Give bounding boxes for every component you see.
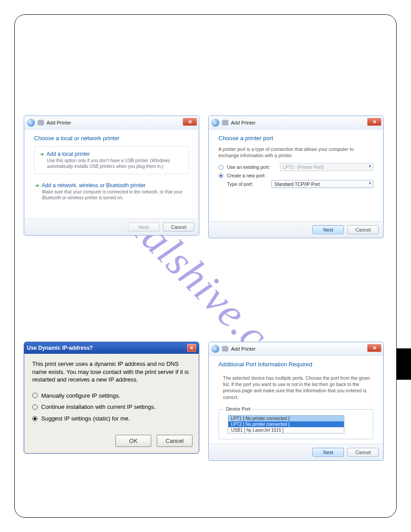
option-title: Add a local printer [47, 151, 90, 157]
dialog-title: Add Printer [231, 120, 256, 125]
radio-label: Use an existing port: [227, 164, 276, 170]
dialog-title: Add Printer [231, 346, 256, 352]
side-tab [396, 348, 411, 380]
wizard-description: The selected device has multiple ports. … [218, 372, 373, 400]
dialog-add-printer-choose-port: ‹ Add Printer ✕ Choose a printer port A … [208, 116, 384, 238]
wizard-heading: Choose a printer port [218, 135, 373, 142]
back-icon[interactable]: ‹ [211, 119, 219, 127]
wizard-description: A printer port is a type of connection t… [218, 146, 373, 159]
printer-icon [222, 346, 228, 352]
field-label: Type of port: [227, 181, 268, 187]
radio-create-new-port[interactable] [218, 173, 223, 178]
dialog-title: Add Printer [47, 120, 71, 125]
cancel-button[interactable]: Cancel [347, 225, 379, 234]
option-add-local-printer[interactable]: ➔Add a local printer Use this option onl… [34, 146, 189, 174]
close-button[interactable]: X [187, 344, 196, 352]
list-item[interactable]: LPT2 [ No printer connected ] [228, 421, 344, 427]
dialog-titlebar: ‹ Add Printer ✕ [24, 116, 199, 129]
dialog-add-printer-choose-type: ‹ Add Printer ✕ Choose a local or networ… [24, 116, 199, 236]
dialog-additional-port-info: ‹ Add Printer ✕ Additional Port Informat… [208, 342, 384, 461]
dialog-title: Use Dynamic IP-address? [27, 345, 93, 351]
back-icon[interactable]: ‹ [27, 119, 35, 127]
cancel-button[interactable]: Cancel [347, 448, 379, 457]
list-item[interactable]: USB1 [ hp LaserJet 1015 ] [228, 427, 344, 433]
dialog-titlebar: ‹ Add Printer ✕ [209, 342, 383, 356]
close-button[interactable]: ✕ [183, 118, 197, 126]
dialog-titlebar: Use Dynamic IP-address? X [24, 342, 199, 354]
ok-button[interactable]: OK [116, 435, 151, 447]
option-subtitle: Use this option only if you don't have a… [40, 158, 183, 169]
radio-label: Create a new port: [227, 173, 276, 178]
back-icon[interactable]: ‹ [211, 345, 219, 353]
device-port-fieldset: Device Port LPT1 [ No printer connected … [218, 409, 373, 439]
radio-suggest-static-ip[interactable] [32, 416, 38, 421]
close-button[interactable]: ✕ [367, 118, 381, 126]
cancel-button[interactable]: Cancel [163, 223, 194, 232]
dialog-use-dynamic-ip: Use Dynamic IP-address? X This print ser… [24, 342, 199, 454]
dialog-body-text: This print server uses a dynamic IP addr… [32, 360, 191, 384]
radio-label: Continue installation with current IP se… [41, 403, 156, 411]
printer-icon [222, 120, 228, 125]
device-port-list[interactable]: LPT1 [ No printer connected ] LPT2 [ No … [228, 415, 344, 433]
wizard-heading: Additional Port Information Required [218, 361, 373, 368]
next-button[interactable]: Next [313, 448, 344, 457]
radio-label: Manually configure IP settings. [41, 392, 120, 400]
option-title: Add a network, wireless or Bluetooth pri… [42, 182, 146, 189]
option-subtitle: Make sure that your computer is connecte… [35, 189, 188, 201]
next-button: Next [128, 223, 159, 232]
option-add-network-printer[interactable]: ➔Add a network, wireless or Bluetooth pr… [34, 182, 189, 214]
radio-manual-ip[interactable] [32, 393, 38, 398]
arrow-icon: ➔ [40, 151, 44, 157]
radio-continue-current-ip[interactable] [32, 404, 38, 410]
close-button[interactable]: ✕ [367, 344, 381, 352]
printer-icon [38, 120, 44, 125]
fieldset-legend: Device Port [224, 406, 252, 412]
dialog-titlebar: ‹ Add Printer ✕ [209, 116, 383, 129]
list-item[interactable]: LPT1 [ No printer connected ] [228, 416, 344, 421]
next-button[interactable]: Next [313, 225, 344, 234]
existing-port-combo: LPT1: (Printer Port) [280, 163, 373, 171]
wizard-heading: Choose a local or network printer [34, 135, 189, 142]
arrow-icon: ➔ [35, 183, 39, 189]
cancel-button[interactable]: Cancel [157, 435, 193, 447]
radio-label: Suggest IP settings (static) for me. [41, 415, 130, 423]
radio-use-existing-port[interactable] [218, 165, 223, 170]
port-type-combo[interactable]: Standard TCP/IP Port [271, 180, 373, 188]
document-page: manualshive.com ‹ Add Printer ✕ Choose a… [14, 14, 397, 518]
